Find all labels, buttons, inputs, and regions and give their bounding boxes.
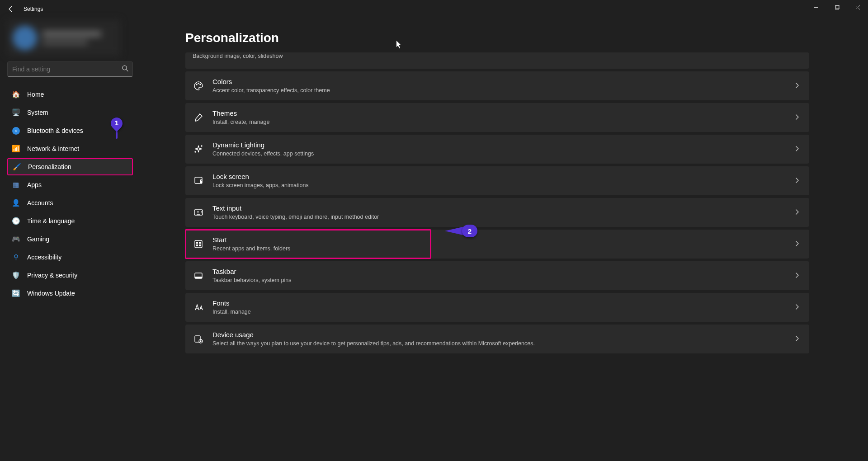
sidebar-item-label: Privacy & security bbox=[27, 272, 77, 279]
home-icon: 🏠 bbox=[12, 90, 20, 99]
setting-title: Device usage bbox=[212, 330, 787, 339]
setting-text: Device usageSelect all the ways you plan… bbox=[212, 330, 787, 347]
start-icon bbox=[193, 238, 204, 250]
sidebar-item-accounts[interactable]: 👤Accounts bbox=[7, 194, 133, 212]
sidebar-item-personalization[interactable]: 🖌️Personalization bbox=[7, 158, 133, 175]
sidebar: 🏠Home🖥️SystemᚼBluetooth & devices📶Networ… bbox=[0, 18, 140, 461]
personalization-icon: 🖌️ bbox=[13, 163, 21, 171]
setting-subtitle: Accent color, transparency effects, colo… bbox=[212, 87, 787, 94]
chevron-right-icon bbox=[795, 82, 799, 90]
svg-point-5 bbox=[196, 84, 197, 85]
sidebar-item-time-language[interactable]: 🕒Time & language bbox=[7, 212, 133, 230]
setting-device-usage[interactable]: Device usageSelect all the ways you plan… bbox=[185, 325, 809, 353]
search-icon bbox=[122, 65, 128, 74]
setting-lock-screen[interactable]: Lock screenLock screen images, apps, ani… bbox=[185, 166, 809, 195]
setting-title: Fonts bbox=[212, 299, 787, 308]
maximize-icon bbox=[835, 5, 840, 10]
svg-rect-14 bbox=[196, 242, 198, 244]
setting-taskbar[interactable]: TaskbarTaskbar behaviors, system pins bbox=[185, 261, 809, 290]
chevron-right-icon bbox=[795, 240, 799, 248]
setting-subtitle: Taskbar behaviors, system pins bbox=[212, 277, 787, 284]
setting-text: Dynamic LightingConnected devices, effec… bbox=[212, 141, 787, 157]
setting-start[interactable]: StartRecent apps and items, folders bbox=[185, 230, 809, 259]
privacy-security-icon: 🛡️ bbox=[12, 271, 20, 279]
sidebar-item-label: Apps bbox=[27, 181, 42, 188]
time-language-icon: 🕒 bbox=[12, 217, 20, 225]
apps-icon: ▦ bbox=[12, 181, 20, 189]
chevron-right-icon bbox=[795, 177, 799, 185]
setting-subtitle: Touch keyboard, voice typing, emoji and … bbox=[212, 213, 787, 221]
setting-themes[interactable]: ThemesInstall, create, manage bbox=[185, 103, 809, 132]
close-button[interactable] bbox=[847, 0, 868, 14]
arrow-left-icon bbox=[7, 5, 14, 13]
setting-colors[interactable]: ColorsAccent color, transparency effects… bbox=[185, 71, 809, 100]
sidebar-item-label: System bbox=[27, 109, 48, 116]
svg-point-2 bbox=[123, 66, 127, 70]
setting-text: ColorsAccent color, transparency effects… bbox=[212, 77, 787, 94]
sidebar-item-privacy-security[interactable]: 🛡️Privacy & security bbox=[7, 267, 133, 284]
minimize-button[interactable] bbox=[806, 0, 826, 14]
back-button[interactable] bbox=[4, 2, 18, 16]
setting-title: Lock screen bbox=[212, 172, 787, 181]
settings-list: BackgroundBackground image, color, slide… bbox=[185, 52, 809, 353]
svg-rect-17 bbox=[199, 245, 201, 246]
user-account-block[interactable] bbox=[7, 20, 120, 56]
setting-subtitle: Install, manage bbox=[212, 308, 787, 316]
svg-point-9 bbox=[195, 151, 196, 152]
maximize-button[interactable] bbox=[826, 0, 847, 14]
gaming-icon: 🎮 bbox=[12, 235, 20, 243]
chevron-right-icon bbox=[795, 146, 799, 153]
sidebar-item-windows-update[interactable]: 🔄Windows Update bbox=[7, 285, 133, 302]
setting-subtitle: Recent apps and items, folders bbox=[212, 245, 787, 253]
chevron-right-icon bbox=[795, 304, 799, 311]
avatar bbox=[13, 26, 37, 50]
sidebar-item-label: Accessibility bbox=[27, 254, 61, 261]
svg-rect-11 bbox=[200, 181, 202, 183]
window-controls bbox=[806, 0, 868, 14]
palette-icon bbox=[193, 80, 204, 92]
chevron-right-icon bbox=[795, 335, 799, 343]
sidebar-item-label: Network & internet bbox=[27, 145, 79, 152]
svg-point-21 bbox=[199, 339, 203, 343]
keyboard-icon bbox=[193, 207, 204, 218]
setting-background[interactable]: BackgroundBackground image, color, slide… bbox=[185, 52, 809, 69]
sidebar-item-label: Gaming bbox=[27, 235, 49, 243]
sparkle-icon bbox=[193, 143, 204, 155]
setting-title: Colors bbox=[212, 77, 787, 86]
sidebar-item-home[interactable]: 🏠Home bbox=[7, 86, 133, 103]
sidebar-item-gaming[interactable]: 🎮Gaming bbox=[7, 230, 133, 248]
sidebar-item-apps[interactable]: ▦Apps bbox=[7, 176, 133, 193]
main-panel: Personalization BackgroundBackground ima… bbox=[140, 18, 868, 461]
sidebar-item-label: Bluetooth & devices bbox=[27, 127, 83, 134]
setting-text: FontsInstall, manage bbox=[212, 299, 787, 315]
setting-text: Text inputTouch keyboard, voice typing, … bbox=[212, 204, 787, 221]
setting-title: Taskbar bbox=[212, 267, 787, 276]
sidebar-item-system[interactable]: 🖥️System bbox=[7, 104, 133, 121]
nav-list: 🏠Home🖥️SystemᚼBluetooth & devices📶Networ… bbox=[7, 86, 133, 302]
setting-text-input[interactable]: Text inputTouch keyboard, voice typing, … bbox=[185, 198, 809, 227]
sidebar-item-label: Personalization bbox=[28, 163, 71, 170]
chevron-right-icon bbox=[795, 272, 799, 280]
svg-point-7 bbox=[200, 84, 201, 85]
setting-text: ThemesInstall, create, manage bbox=[212, 109, 787, 126]
setting-fonts[interactable]: FontsInstall, manage bbox=[185, 293, 809, 322]
sidebar-item-label: Time & language bbox=[27, 217, 75, 225]
network-internet-icon: 📶 bbox=[12, 145, 20, 153]
sidebar-item-label: Windows Update bbox=[27, 290, 75, 297]
sidebar-item-accessibility[interactable]: ⚲Accessibility bbox=[7, 249, 133, 266]
svg-rect-16 bbox=[196, 245, 198, 246]
accounts-icon: 👤 bbox=[12, 199, 20, 207]
setting-dynamic-lighting[interactable]: Dynamic LightingConnected devices, effec… bbox=[185, 135, 809, 164]
setting-title: Themes bbox=[212, 109, 787, 118]
accessibility-icon: ⚲ bbox=[12, 253, 20, 261]
sidebar-item-network-internet[interactable]: 📶Network & internet bbox=[7, 140, 133, 157]
setting-title: Text input bbox=[212, 204, 787, 213]
search-input[interactable] bbox=[7, 61, 133, 77]
setting-text: StartRecent apps and items, folders bbox=[212, 235, 787, 252]
setting-subtitle: Lock screen images, apps, animations bbox=[212, 182, 787, 189]
brush-icon bbox=[193, 112, 204, 123]
sidebar-item-bluetooth-devices[interactable]: ᚼBluetooth & devices bbox=[7, 122, 133, 139]
svg-point-8 bbox=[201, 146, 202, 146]
setting-text: Lock screenLock screen images, apps, ani… bbox=[212, 172, 787, 189]
lock-screen-icon bbox=[193, 175, 204, 187]
